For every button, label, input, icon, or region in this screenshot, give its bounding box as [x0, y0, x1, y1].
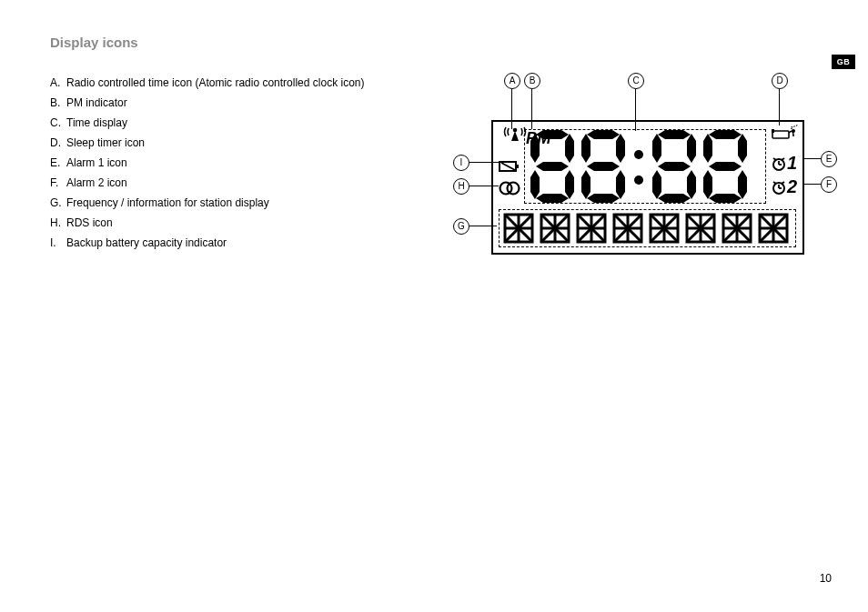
legend-item-c: C.Time display [50, 113, 364, 133]
section-title: Display icons [50, 35, 138, 50]
starburst-char [540, 213, 570, 244]
svg-line-15 [782, 158, 784, 160]
svg-text:z: z [796, 124, 798, 127]
alarm-2-number: 2 [787, 176, 797, 197]
callout-b: B [524, 73, 540, 89]
page-number: 10 [820, 572, 832, 585]
legend-text: Time display [66, 113, 127, 133]
starburst-char [612, 213, 643, 244]
sleep-timer-icon: z z z [772, 124, 799, 140]
display-diagram: A B C D I H G E F PM [453, 73, 835, 273]
legend-item-h: H.RDS icon [50, 213, 364, 233]
svg-rect-6 [772, 129, 774, 133]
callout-i: I [453, 155, 469, 171]
rds-icon [499, 180, 520, 196]
time-display [524, 129, 766, 204]
legend-item-a: A.Radio controlled time icon (Atomic rad… [50, 73, 364, 93]
legend-text: Sleep timer icon [66, 133, 145, 153]
legend-item-e: E.Alarm 1 icon [50, 153, 364, 173]
starburst-char [576, 213, 607, 244]
starburst-char [649, 213, 680, 244]
svg-line-19 [773, 182, 776, 184]
svg-rect-5 [772, 131, 789, 138]
svg-line-20 [782, 182, 784, 184]
legend-item-i: I.Backup battery capacity indicator [50, 233, 364, 253]
alarm-2-indicator: 2 [772, 176, 797, 197]
language-tab: GB [832, 55, 855, 69]
callout-a: A [504, 73, 520, 89]
legend-item-d: D.Sleep timer icon [50, 133, 364, 153]
callout-h: H [453, 178, 469, 195]
legend-item-g: G.Frequency / information for station di… [50, 193, 364, 213]
icon-legend-list: A.Radio controlled time icon (Atomic rad… [50, 73, 364, 253]
info-display [499, 209, 796, 247]
svg-line-14 [773, 158, 776, 160]
legend-text: PM indicator [66, 93, 127, 113]
legend-text: Alarm 2 icon [66, 173, 127, 193]
alarm-bell-icon [772, 180, 786, 195]
starburst-char [722, 213, 752, 244]
starburst-char [685, 213, 716, 244]
svg-point-4 [508, 183, 520, 195]
starburst-char [758, 213, 789, 244]
alarm-bell-icon [772, 156, 786, 171]
callout-d: D [772, 73, 788, 89]
callout-f: F [821, 176, 837, 193]
callout-c: C [628, 73, 644, 89]
alarm-1-indicator: 1 [772, 153, 797, 174]
legend-text: Alarm 1 icon [66, 153, 127, 173]
battery-icon [499, 160, 520, 173]
starburst-char [503, 213, 534, 244]
callout-e: E [821, 151, 837, 167]
callout-g: G [453, 218, 469, 235]
svg-text:z: z [793, 124, 795, 128]
legend-text: Radio controlled time icon (Atomic radio… [66, 73, 364, 93]
legend-text: RDS icon [66, 213, 113, 233]
legend-text: Frequency / information for station disp… [66, 193, 269, 213]
alarm-1-number: 1 [787, 153, 797, 174]
legend-item-f: F.Alarm 2 icon [50, 173, 364, 193]
legend-item-b: B.PM indicator [50, 93, 364, 113]
svg-rect-2 [516, 165, 519, 168]
legend-text: Backup battery capacity indicator [66, 233, 227, 253]
manual-page: Display icons GB A.Radio controlled time… [0, 0, 868, 612]
